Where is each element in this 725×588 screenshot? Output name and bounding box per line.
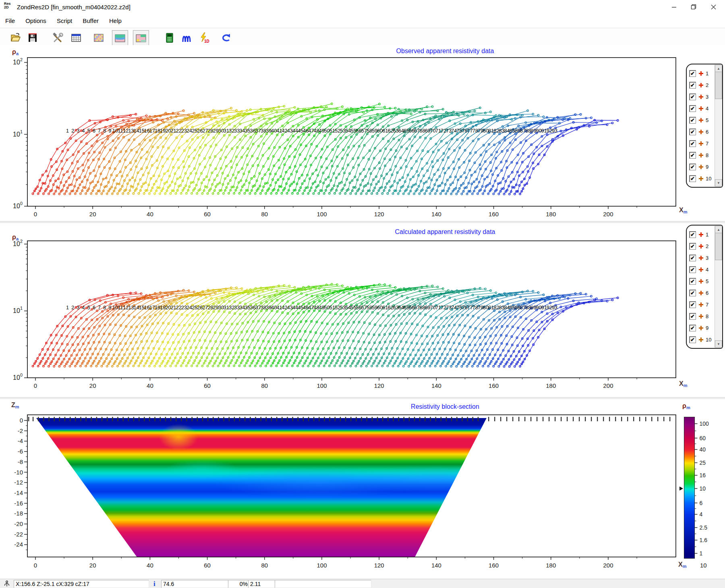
misfit-field: 2.11 bbox=[248, 580, 276, 588]
svg-text:87: 87 bbox=[520, 305, 526, 311]
series-checkbox[interactable]: ✔ bbox=[689, 117, 696, 124]
legend-scrollbar[interactable]: ▲▼ bbox=[715, 226, 722, 348]
svg-text:13: 13 bbox=[128, 128, 134, 134]
svg-text:85: 85 bbox=[510, 305, 515, 311]
series-checkbox[interactable]: ✔ bbox=[689, 128, 696, 135]
svg-text:91: 91 bbox=[541, 128, 547, 134]
svg-text:34: 34 bbox=[240, 128, 245, 134]
svg-text:12: 12 bbox=[123, 305, 128, 311]
x-axis-label-xm-2: Xm bbox=[679, 380, 687, 388]
block-section-canvas[interactable]: 0-2-4-6-8-10-12-14-16-18-20-22-240204060… bbox=[0, 399, 725, 579]
svg-text:27: 27 bbox=[202, 305, 208, 311]
svg-text:1D: 1D bbox=[204, 39, 209, 43]
scroll-up-icon[interactable]: ▲ bbox=[715, 65, 722, 72]
inversion-1d-button[interactable]: 1D bbox=[197, 30, 212, 46]
legend-row: ✔10 bbox=[689, 334, 711, 346]
legend-row: ✔9 bbox=[689, 322, 708, 334]
colorbar-tick-label: 4 bbox=[700, 511, 703, 518]
series-checkbox[interactable]: ✔ bbox=[689, 164, 696, 170]
section-view-blocks-button[interactable] bbox=[133, 30, 149, 46]
title-bar[interactable]: Res 2D ZondRes2D [fin_smooth_m04042022.z… bbox=[0, 0, 725, 14]
series-label: 2 bbox=[706, 82, 708, 88]
series-checkbox[interactable]: ✔ bbox=[689, 325, 696, 331]
y-axis-tick-label: 100 bbox=[13, 201, 23, 209]
series-checkbox[interactable]: ✔ bbox=[689, 93, 696, 100]
svg-text:4: 4 bbox=[82, 305, 85, 311]
series-checkbox[interactable]: ✔ bbox=[689, 336, 696, 343]
undo-button[interactable] bbox=[218, 30, 234, 46]
x-axis-tick-label: 40 bbox=[147, 562, 153, 569]
sounding-curve bbox=[127, 110, 227, 195]
minimize-button[interactable] bbox=[665, 0, 683, 14]
svg-text:55: 55 bbox=[351, 305, 356, 311]
series-checkbox[interactable]: ✔ bbox=[689, 278, 696, 285]
colorbar-tick-label: 1.6 bbox=[700, 537, 708, 543]
calculated-chart-canvas[interactable]: 1001011020204060801001201401601802001234… bbox=[0, 223, 725, 397]
app-icon: Res 2D bbox=[4, 2, 14, 12]
legend-row: ✔3 bbox=[689, 91, 708, 103]
menu-item-help[interactable]: Help bbox=[104, 14, 127, 24]
close-button[interactable] bbox=[704, 0, 723, 14]
svg-text:73: 73 bbox=[446, 128, 452, 134]
svg-text:42: 42 bbox=[282, 305, 288, 311]
series-checkbox[interactable]: ✔ bbox=[689, 255, 696, 261]
series-checkbox[interactable]: ✔ bbox=[689, 105, 696, 112]
series-checkbox[interactable]: ✔ bbox=[689, 243, 696, 250]
data-table-button[interactable] bbox=[68, 30, 84, 46]
series-checkbox[interactable]: ✔ bbox=[689, 82, 696, 89]
svg-text:29: 29 bbox=[213, 305, 219, 311]
series-label: 6 bbox=[706, 129, 708, 135]
series-marker-icon bbox=[699, 106, 703, 111]
svg-text:33: 33 bbox=[234, 305, 240, 311]
svg-text:62: 62 bbox=[388, 128, 394, 134]
series-checkbox[interactable]: ✔ bbox=[689, 70, 696, 77]
series-checkbox[interactable]: ✔ bbox=[689, 301, 696, 308]
sounding-curve bbox=[117, 292, 216, 367]
model-grid-button[interactable] bbox=[91, 30, 106, 46]
y-axis-tick-label: 101 bbox=[13, 129, 23, 138]
series-checkbox[interactable]: ✔ bbox=[689, 140, 696, 147]
open-file-button[interactable] bbox=[8, 30, 23, 46]
observed-chart-canvas[interactable]: 1001011020204060801001201401601802001234… bbox=[0, 45, 725, 221]
series-marker-icon bbox=[699, 118, 703, 122]
colorbar-tick-label: 2.5 bbox=[700, 524, 708, 531]
series-checkbox[interactable]: ✔ bbox=[689, 266, 696, 273]
scrollbar-thumb[interactable] bbox=[715, 233, 722, 260]
scroll-down-icon[interactable]: ▼ bbox=[715, 340, 722, 348]
series-checkbox[interactable]: ✔ bbox=[689, 231, 696, 238]
series-checkbox[interactable]: ✔ bbox=[689, 313, 696, 320]
svg-text:32: 32 bbox=[229, 305, 234, 311]
x-axis-tick-label: 80 bbox=[261, 562, 268, 569]
menu-item-options[interactable]: Options bbox=[20, 14, 52, 24]
series-checkbox[interactable]: ✔ bbox=[689, 152, 696, 159]
series-checkbox[interactable]: ✔ bbox=[689, 290, 696, 296]
calculated-chart-panel: Calculated apparent resistivity data ρa … bbox=[0, 223, 725, 397]
x-axis-tick-label: 200 bbox=[603, 382, 613, 389]
series-label: 9 bbox=[706, 325, 708, 331]
sounding-curve bbox=[143, 111, 242, 195]
z-axis-tick-label: -6 bbox=[18, 448, 23, 455]
save-file-button[interactable] bbox=[25, 30, 40, 46]
menu-item-file[interactable]: File bbox=[0, 14, 20, 24]
x-axis-label-xm-3: Xm bbox=[678, 561, 686, 569]
scrollbar-thumb[interactable] bbox=[715, 72, 722, 99]
calculator-button[interactable] bbox=[162, 30, 177, 46]
svg-text:15: 15 bbox=[139, 128, 145, 134]
sounding-curves-button[interactable] bbox=[179, 30, 194, 46]
series-checkbox[interactable]: ✔ bbox=[689, 175, 696, 182]
legend-scrollbar[interactable]: ▲▼ bbox=[715, 65, 722, 186]
svg-text:8: 8 bbox=[103, 305, 106, 311]
colorbar-tick-label: 16 bbox=[700, 472, 706, 478]
scroll-up-icon[interactable]: ▲ bbox=[715, 226, 722, 233]
sounding-curve bbox=[302, 110, 402, 195]
menu-item-script[interactable]: Script bbox=[52, 14, 77, 24]
sounding-curve bbox=[434, 113, 534, 195]
restore-button[interactable] bbox=[684, 0, 703, 14]
menu-item-buffer[interactable]: Buffer bbox=[77, 14, 104, 24]
svg-text:80: 80 bbox=[483, 305, 489, 311]
svg-text:48: 48 bbox=[314, 128, 319, 134]
tools-settings-button[interactable] bbox=[50, 30, 65, 46]
scroll-down-icon[interactable]: ▼ bbox=[715, 179, 722, 186]
section-view-smooth-button[interactable] bbox=[112, 30, 128, 46]
svg-text:64: 64 bbox=[398, 128, 404, 134]
